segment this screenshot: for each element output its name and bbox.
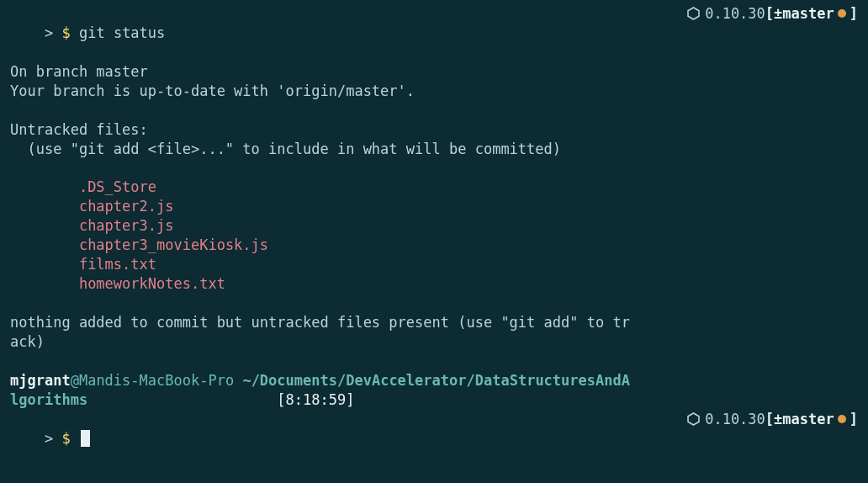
prompt-row-1: > $ git status 0.10.30 [±master ] [10, 4, 858, 62]
file-name: chapter3_movieKiosk.js [79, 236, 268, 253]
ps1-at: @ [71, 372, 79, 389]
svg-marker-1 [688, 413, 699, 425]
status-right-2: 0.10.30 [±master ] [687, 410, 858, 429]
branch-prefix: ± [774, 4, 782, 24]
untracked-file: chapter2.js [10, 197, 858, 216]
blank-line [10, 294, 858, 313]
hex-icon [687, 410, 700, 429]
blank-line [10, 352, 858, 371]
file-name: films.txt [79, 256, 156, 273]
branch-bracket-open: [ [765, 410, 774, 429]
ps1-user: mjgrant [10, 372, 71, 389]
prompt-arrow: > [45, 430, 53, 447]
hex-icon [687, 4, 700, 24]
prompt-left[interactable]: > $ git status [10, 4, 165, 62]
prompt-left-2[interactable]: > $ [10, 410, 90, 468]
untracked-hint: (use "git add <file>..." to include in w… [10, 140, 858, 159]
output-uptodate: Your branch is up-to-date with 'origin/m… [10, 82, 858, 101]
nothing-added-2: ack) [10, 332, 858, 352]
blank-line [10, 101, 858, 120]
untracked-header: Untracked files: [10, 120, 858, 140]
branch-prefix: ± [774, 410, 782, 429]
untracked-file: films.txt [10, 255, 858, 274]
prompt-dollar: $ [61, 430, 70, 447]
branch-name: master [782, 4, 834, 24]
prompt-row-2: > $ 0.10.30 [±master ] [10, 410, 858, 468]
ps1-path-1: ~/Documents/DevAccelerator/DataStructure… [242, 372, 630, 389]
ps1-line-2: lgorithms [8:18:59] [10, 390, 858, 410]
nothing-added-1: nothing added to commit but untracked fi… [10, 313, 858, 332]
ps1-time: [8:18:59] [277, 391, 354, 408]
status-right-1: 0.10.30 [±master ] [687, 4, 858, 24]
status-dot-icon [838, 415, 846, 423]
untracked-file: chapter3.js [10, 216, 858, 236]
output-branch: On branch master [10, 62, 858, 82]
ps1-host: Mandis-MacBook-Pro [79, 372, 234, 389]
ps1-path-2: lgorithms [10, 391, 87, 408]
branch-bracket-open: [ [765, 4, 774, 24]
prompt-arrow: > [45, 24, 53, 41]
branch-name: master [782, 410, 834, 429]
version-text: 0.10.30 [705, 410, 765, 429]
branch-bracket-close: ] [849, 4, 858, 24]
file-name: homeworkNotes.txt [79, 275, 225, 292]
cursor[interactable] [81, 430, 90, 447]
prompt-dollar: $ [61, 24, 70, 41]
branch-bracket-close: ] [849, 410, 858, 429]
untracked-files-list: .DS_Store chapter2.js chapter3.js chapte… [10, 178, 858, 294]
blank-line [10, 159, 858, 178]
untracked-file: chapter3_movieKiosk.js [10, 236, 858, 255]
file-name: chapter2.js [79, 198, 174, 215]
file-name: .DS_Store [79, 178, 156, 195]
untracked-file: .DS_Store [10, 178, 858, 197]
version-text: 0.10.30 [705, 4, 765, 24]
ps1-line-1: mjgrant@Mandis-MacBook-Pro ~/Documents/D… [10, 371, 858, 390]
status-dot-icon [838, 9, 846, 18]
command-text: git status [79, 24, 165, 41]
svg-marker-0 [688, 8, 699, 19]
untracked-file: homeworkNotes.txt [10, 274, 858, 294]
file-name: chapter3.js [79, 217, 174, 234]
